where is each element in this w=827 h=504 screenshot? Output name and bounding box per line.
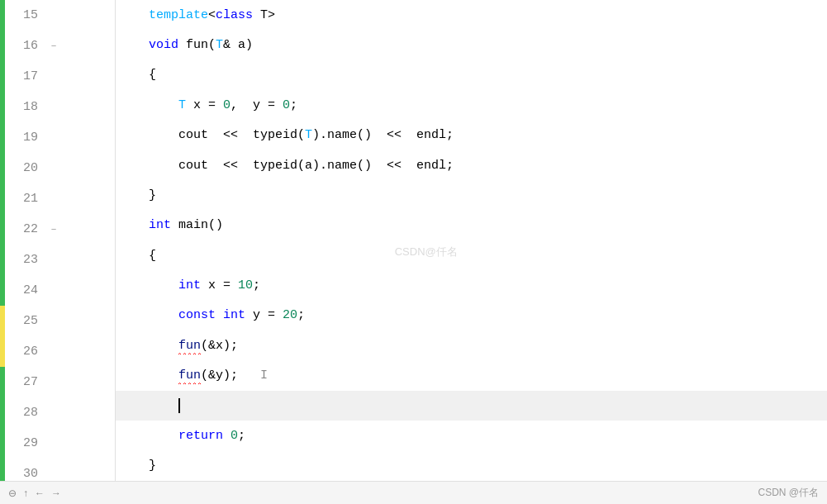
editor-container: 1516−171819202122−2324252627282930 templ… [0, 0, 827, 504]
code-line[interactable]: cout << typeid(a).name() << endl; [116, 150, 827, 180]
code-token [119, 278, 178, 292]
code-line[interactable] [116, 391, 827, 421]
fold-indicator [46, 245, 61, 275]
gutter-row: 27 [0, 367, 115, 397]
fold-indicator[interactable]: − [46, 214, 61, 245]
gutter-row: 20 [0, 153, 115, 183]
gutter-row: 22− [0, 214, 115, 245]
code-token: int [223, 308, 245, 322]
code-token: 0 [231, 429, 238, 443]
up-icon[interactable]: ↑ [23, 487, 28, 499]
gutter-row: 26 [0, 336, 115, 367]
fold-indicator [46, 275, 61, 306]
code-token: } [119, 188, 156, 202]
line-number: 19 [5, 122, 46, 153]
code-token: y = [245, 308, 283, 322]
code-token: 10 [238, 278, 253, 292]
code-token: x = [201, 278, 238, 292]
code-token: int [178, 278, 201, 292]
code-line[interactable]: template<class T> [116, 0, 827, 30]
code-token: , y = [231, 98, 283, 112]
code-token [119, 38, 149, 52]
line-number: 24 [5, 275, 46, 306]
fold-indicator [46, 183, 61, 214]
code-token: ; [253, 278, 260, 292]
code-token [119, 429, 178, 443]
fold-indicator [46, 336, 61, 367]
code-token: fun( [178, 38, 216, 52]
gutter-row: 28 [0, 397, 115, 428]
left-icon[interactable]: ← [35, 487, 45, 499]
right-icon[interactable]: → [51, 487, 61, 499]
bottom-left-icons: ⊖ ↑ ← → [8, 487, 61, 499]
code-token: (&x); [201, 339, 238, 353]
cursor-text: I [238, 368, 268, 383]
bottom-bar: ⊖ ↑ ← → CSDN @仟名 [0, 481, 827, 504]
code-area: 1516−171819202122−2324252627282930 templ… [0, 0, 827, 481]
line-number: 26 [5, 336, 46, 367]
code-token [119, 339, 178, 353]
fold-indicator [46, 306, 61, 336]
code-token: 0 [283, 98, 290, 112]
gutter-row: 29 [0, 428, 115, 459]
code-token: fun [178, 368, 201, 383]
fold-indicator [46, 428, 61, 459]
code-line[interactable]: } [116, 451, 827, 481]
code-token: T [178, 98, 186, 112]
code-token: & a) [223, 38, 253, 52]
code-token: < [208, 8, 216, 22]
gutter-row: 15 [0, 0, 115, 31]
code-token: cout << typeid(a).name() << endl; [119, 159, 454, 173]
gutter-row: 18 [0, 92, 115, 122]
code-token [119, 218, 149, 232]
code-line[interactable]: fun(&y); I [116, 361, 827, 391]
code-token [223, 429, 231, 443]
code-token: T> [253, 8, 275, 22]
code-line[interactable]: int x = 10; [116, 270, 827, 300]
code-content[interactable]: template<class T> void fun(T& a) { T x =… [116, 0, 827, 481]
code-token [119, 308, 178, 322]
csdn-label: CSDN @仟名 [758, 486, 819, 500]
gutter-row: 17 [0, 61, 115, 92]
line-number: 23 [5, 245, 46, 275]
code-line[interactable]: const int y = 20; [116, 301, 827, 330]
code-token: const [178, 308, 216, 322]
gutter-row: 24 [0, 275, 115, 306]
code-token: ).name() << endl; [312, 128, 454, 142]
line-number: 18 [5, 92, 46, 122]
line-number: 27 [5, 367, 46, 397]
fold-indicator [46, 459, 61, 481]
fold-indicator[interactable]: − [46, 31, 61, 61]
fold-indicator [46, 92, 61, 122]
code-token [119, 368, 178, 383]
code-token: T [216, 38, 223, 52]
code-token: return [178, 429, 223, 443]
code-line[interactable]: { [116, 60, 827, 90]
code-token: x = [186, 98, 223, 112]
code-line[interactable]: T x = 0, y = 0; [116, 90, 827, 120]
code-line[interactable]: } [116, 180, 827, 210]
line-number: 28 [5, 397, 46, 428]
code-token: ; [297, 308, 305, 322]
gutter-row: 23 [0, 245, 115, 275]
code-token: fun [178, 339, 201, 353]
gutter-row: 21 [0, 183, 115, 214]
code-token: cout << typeid( [119, 128, 305, 142]
code-line[interactable]: fun(&x); [116, 330, 827, 360]
code-line[interactable]: int main() [116, 211, 827, 240]
code-token [119, 98, 178, 112]
code-token: } [119, 459, 156, 473]
code-token: int [149, 218, 171, 232]
minus-icon[interactable]: ⊖ [8, 487, 17, 499]
line-number: 21 [5, 183, 46, 214]
text-cursor [178, 398, 180, 413]
code-line[interactable]: cout << typeid(T).name() << endl; [116, 121, 827, 150]
code-line[interactable]: { [116, 240, 827, 270]
line-number: 16 [5, 31, 46, 61]
code-line[interactable]: void fun(T& a) [116, 30, 827, 59]
code-token: void [149, 38, 178, 52]
gutter-row: 30 [0, 459, 115, 481]
gutter-row: 16− [0, 31, 115, 61]
fold-indicator [46, 0, 61, 31]
code-line[interactable]: return 0; [116, 421, 827, 450]
